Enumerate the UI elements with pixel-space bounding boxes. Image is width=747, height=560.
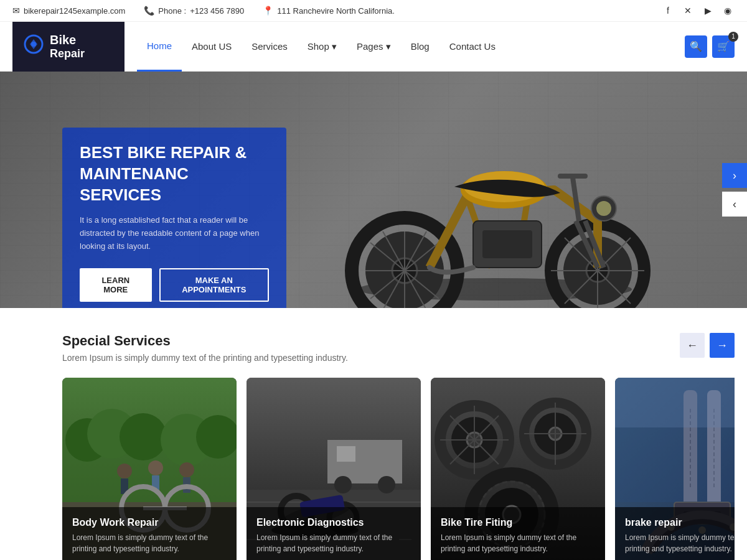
hero-section: BEST BIKE REPAIR &MAINTENANC SERVICES It… [0,72,747,308]
header: Bike Repair Home About US Services Shop … [0,22,747,72]
services-title-area: Special Services Lorem Ipsum is simply d… [62,333,348,363]
address-info: 📍 111 Ranchevire North California. [263,6,395,16]
social-links: f ✕ ▶ ◉ [661,4,735,17]
svg-point-34 [120,413,167,460]
service-card-4[interactable]: brake repair Lorem Ipsum is simply dummy… [615,378,735,560]
svg-rect-87 [615,378,735,427]
services-header: Special Services Lorem Ipsum is simply d… [62,333,735,363]
twitter-icon[interactable]: ✕ [681,4,695,17]
learn-more-button[interactable]: LEARN MORE [80,268,152,302]
svg-point-38 [117,464,132,478]
services-next-button[interactable]: → [710,333,735,358]
nav-blog[interactable]: Blog [401,22,439,72]
nav-actions: 🔍 🛒 1 [685,35,735,58]
card-3-desc: Lorem Ipsum is simply dummy text of the … [441,532,595,554]
main-nav: Home About US Services Shop ▾ Pages ▾ Bl… [137,22,685,72]
services-prev-button[interactable]: ← [680,333,705,358]
hero-content: BEST BIKE REPAIR &MAINTENANC SERVICES It… [62,128,286,308]
hero-description: It is a long established fact that a rea… [80,214,269,253]
top-bar: ✉ bikerepair1245example.com 📞 Phone : +1… [0,0,747,22]
hero-motorcycle [293,84,697,308]
logo[interactable]: Bike Repair [12,22,125,72]
email-info: ✉ bikerepair1245example.com [12,6,125,16]
hero-title: BEST BIKE REPAIR &MAINTENANC SERVICES [80,142,269,205]
services-navigation: ← → [680,333,735,358]
card-3-overlay: Bike Tire Fiting Lorem Ipsum is simply d… [431,507,605,560]
svg-point-1 [31,42,36,47]
appointment-button[interactable]: MAKE AN APPOINTMENTS [159,268,269,302]
search-button[interactable]: 🔍 [685,35,707,58]
hero-buttons: LEARN MORE MAKE AN APPOINTMENTS [80,268,269,302]
address-text: 111 Ranchevire North California. [277,6,395,16]
phone-number: +123 456 7890 [190,6,244,16]
location-icon: 📍 [263,6,273,16]
instagram-icon[interactable]: ◉ [721,4,735,17]
email-icon: ✉ [12,6,20,16]
card-1-overlay: Body Work Repair Lorem Ipsum is simply d… [62,507,237,560]
card-2-overlay: Electronic Diagnostics Lorem Ipsum is si… [247,507,421,560]
cart-badge: 1 [728,32,738,42]
cart-button[interactable]: 🛒 1 [712,35,735,58]
card-1-desc: Lorem Ipsum is simply dummy text of the … [72,532,227,554]
card-2-title: Electronic Diagnostics [256,517,411,528]
svg-line-24 [573,177,579,221]
phone-info: 📞 Phone : +123 456 7890 [144,6,244,16]
logo-icon [22,33,45,60]
services-title: Special Services [62,333,348,349]
svg-rect-88 [615,427,735,502]
nav-shop[interactable]: Shop ▾ [298,22,347,72]
phone-label: Phone : [158,6,186,16]
nav-pages[interactable]: Pages ▾ [347,22,401,72]
card-4-desc: Lorem Ipsum is simply dummy text of the … [625,532,735,554]
svg-rect-51 [337,446,355,462]
service-card-2[interactable]: Electronic Diagnostics Lorem Ipsum is si… [247,378,421,560]
hero-navigation: › ‹ [722,163,747,217]
nav-contact[interactable]: Contact Us [439,22,505,72]
service-cards-container: Body Work Repair Lorem Ipsum is simply d… [62,378,735,560]
svg-point-40 [148,460,163,475]
phone-icon: 📞 [144,6,154,16]
services-section: Special Services Lorem Ipsum is simply d… [0,308,747,560]
facebook-icon[interactable]: f [661,4,675,17]
nav-about[interactable]: About US [182,22,242,72]
card-4-title: brake repair [625,517,735,528]
service-card-3[interactable]: Bike Tire Fiting Lorem Ipsum is simply d… [431,378,605,560]
card-2-desc: Lorem Ipsum is simply dummy text of the … [256,532,411,554]
svg-point-53 [378,476,395,493]
svg-point-27 [596,201,611,216]
hero-prev-button[interactable]: ‹ [722,192,747,217]
svg-rect-21 [482,230,532,258]
nav-home[interactable]: Home [137,22,182,72]
svg-point-42 [179,462,194,477]
hero-next-button[interactable]: › [722,163,747,188]
card-1-title: Body Work Repair [72,517,227,528]
service-card-1[interactable]: Body Work Repair Lorem Ipsum is simply d… [62,378,237,560]
services-description: Lorem Ipsum is simply dummy text of the … [62,353,348,363]
youtube-icon[interactable]: ▶ [701,4,715,17]
card-4-overlay: brake repair Lorem Ipsum is simply dummy… [615,507,735,560]
email-text: bikerepair1245example.com [24,6,125,16]
nav-services[interactable]: Services [242,22,298,72]
card-3-title: Bike Tire Fiting [441,517,595,528]
logo-text: Bike Repair [50,33,85,60]
svg-point-52 [334,476,352,493]
